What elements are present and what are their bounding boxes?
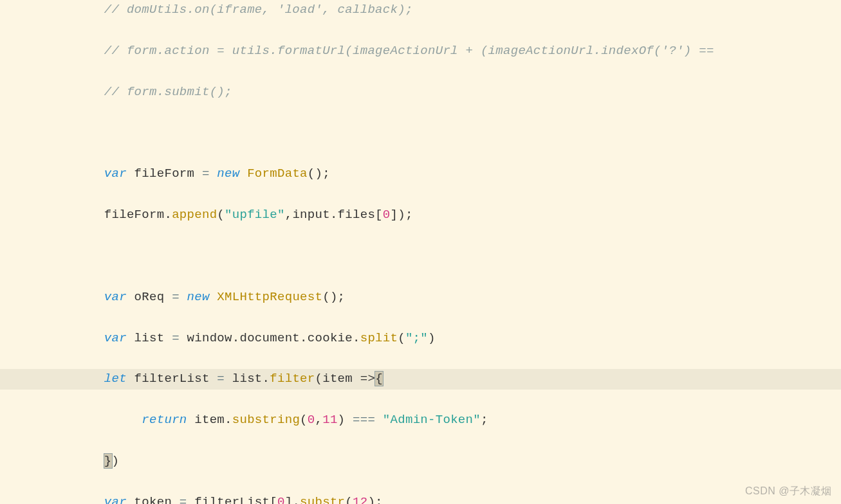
watermark-text: CSDN @子木凝烟	[745, 483, 832, 500]
code-line	[74, 123, 841, 143]
code-line: // domUtils.on(iframe, 'load', callback)…	[74, 0, 841, 21]
code-line: })	[74, 451, 841, 472]
code-editor[interactable]: // domUtils.on(iframe, 'load', callback)…	[39, 0, 841, 504]
bracket-match: {	[374, 371, 384, 386]
code-line: var fileForm = new FormData();	[74, 164, 841, 184]
code-line: var token = filterList[0].substr(12);	[74, 492, 841, 504]
code-line: // form.action = utils.formatUrl(imageAc…	[74, 41, 841, 62]
code-line: return item.substring(0,11) === "Admin-T…	[74, 410, 841, 431]
code-line: var list = window.document.cookie.split(…	[74, 328, 841, 349]
code-line: // form.submit();	[74, 82, 841, 103]
editor-gutter	[0, 0, 39, 504]
code-line: var oReq = new XMLHttpRequest();	[74, 287, 841, 308]
bracket-match: }	[104, 453, 113, 469]
code-line-highlighted: let filterList = list.filter(item =>{	[0, 369, 841, 390]
code-line	[74, 246, 841, 267]
code-line: fileForm.append("upfile",input.files[0])…	[74, 205, 841, 226]
